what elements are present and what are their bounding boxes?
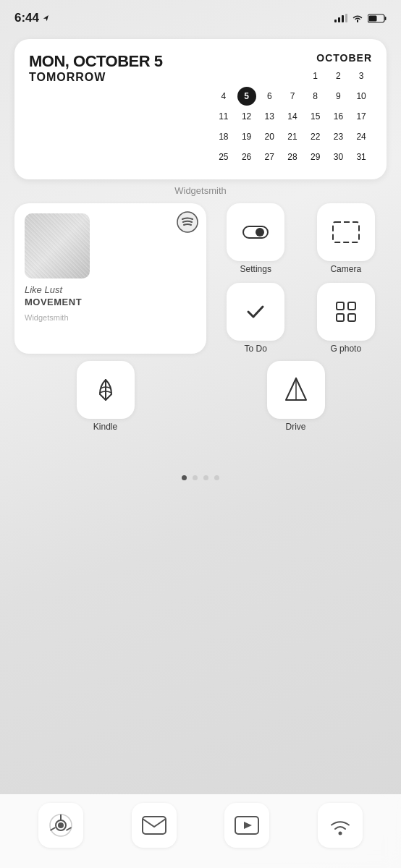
cal-cell xyxy=(283,67,302,85)
drive-app-icon[interactable] xyxy=(267,361,325,419)
cal-cell xyxy=(260,67,279,85)
page-dots xyxy=(0,475,401,480)
spotify-track-title: Like Lust xyxy=(25,284,196,297)
right-icon-grid: Settings Camera xyxy=(215,203,387,354)
calendar-date-label: MON, OCTOBER 5 TOMORROW xyxy=(29,52,207,166)
wifi-status-icon xyxy=(352,14,363,22)
cal-cell: 9 xyxy=(329,87,347,106)
dot-1 xyxy=(182,475,187,480)
widgetsmith-label-calendar: Widgetsmith xyxy=(0,185,401,196)
svg-point-17 xyxy=(58,822,64,828)
top-right-row: Settings Camera xyxy=(215,203,387,274)
svg-point-24 xyxy=(338,832,342,835)
chrome-icon xyxy=(48,813,73,838)
chrome-dock-icon[interactable] xyxy=(38,803,83,848)
cal-cell: 18 xyxy=(214,127,233,146)
cal-cell: 25 xyxy=(214,148,233,166)
cal-cell: 10 xyxy=(352,87,371,106)
svg-rect-2 xyxy=(369,15,377,21)
time-display: 6:44 xyxy=(14,11,39,25)
cal-cell-today: 5 xyxy=(237,87,256,106)
svg-rect-9 xyxy=(348,302,355,310)
bottom-right-row: To Do G photo xyxy=(215,283,387,354)
wifi-dock-icon[interactable] xyxy=(318,803,363,848)
cal-cell: 16 xyxy=(329,107,347,126)
spotify-track-info: Like Lust MOVEMENT xyxy=(25,284,196,309)
cal-cell: 28 xyxy=(283,148,302,166)
kindle-app-icon[interactable] xyxy=(77,361,135,419)
svg-rect-7 xyxy=(333,222,359,242)
mail-dock-icon[interactable] xyxy=(132,803,177,848)
todo-app-wrapper: To Do xyxy=(215,283,297,354)
svg-rect-11 xyxy=(348,314,355,321)
settings-toggle-icon xyxy=(242,224,269,241)
signal-icon xyxy=(334,14,347,22)
cal-cell xyxy=(214,67,233,85)
calendar-month-title: OCTOBER xyxy=(213,52,372,64)
cal-cell: 11 xyxy=(214,107,233,126)
cal-cell: 26 xyxy=(237,148,256,166)
svg-rect-8 xyxy=(337,302,344,310)
svg-point-6 xyxy=(256,228,264,237)
cal-cell: 19 xyxy=(237,127,256,146)
main-grid-row: Like Lust MOVEMENT Widgetsmith Settings xyxy=(14,203,387,354)
cal-cell: 7 xyxy=(283,87,302,106)
cal-cell: 3 xyxy=(352,67,371,85)
cal-cell: 6 xyxy=(260,87,279,106)
todo-label: To Do xyxy=(245,344,267,354)
cal-cell: 4 xyxy=(214,87,233,106)
cal-cell: 21 xyxy=(283,127,302,146)
gphoto-app-wrapper: G photo xyxy=(305,283,387,354)
gphoto-grid-icon xyxy=(333,299,359,325)
battery-icon xyxy=(368,14,387,23)
kindle-icon xyxy=(90,374,122,406)
kindle-drive-row: Kindle Drive xyxy=(14,361,387,432)
kindle-label: Kindle xyxy=(93,422,117,432)
gphoto-app-icon[interactable] xyxy=(317,283,375,341)
dot-3 xyxy=(203,475,208,480)
cal-cell: 20 xyxy=(260,127,279,146)
cal-cell: 2 xyxy=(329,67,347,85)
svg-rect-10 xyxy=(337,314,344,321)
settings-label: Settings xyxy=(240,264,271,274)
cal-cell: 15 xyxy=(306,107,325,126)
status-icons xyxy=(334,14,387,23)
camera-frame-icon xyxy=(332,221,360,243)
cal-cell: 17 xyxy=(352,107,371,126)
cal-cell: 23 xyxy=(329,127,347,146)
mail-icon xyxy=(142,816,166,835)
cal-cell: 22 xyxy=(306,127,325,146)
svg-rect-1 xyxy=(385,17,387,20)
cal-cell: 12 xyxy=(237,107,256,126)
dock xyxy=(0,794,401,868)
svg-marker-23 xyxy=(244,822,252,829)
cal-cell: 24 xyxy=(352,127,371,146)
cal-cell: 31 xyxy=(352,148,371,166)
dot-2 xyxy=(193,475,198,480)
cal-cell: 30 xyxy=(329,148,347,166)
wifi-icon xyxy=(328,814,353,836)
spotify-icon xyxy=(176,210,199,234)
spotify-album-art xyxy=(25,213,90,278)
camera-app-wrapper: Camera xyxy=(305,203,387,274)
drive-label: Drive xyxy=(285,422,305,432)
status-bar: 6:44 xyxy=(0,0,401,32)
status-time: 6:44 xyxy=(14,11,51,25)
youtube-dock-icon[interactable] xyxy=(224,803,269,848)
drive-app-wrapper: Drive xyxy=(205,361,387,432)
settings-app-wrapper: Settings xyxy=(215,203,297,274)
cal-cell: 13 xyxy=(260,107,279,126)
cal-cell: 29 xyxy=(306,148,325,166)
spotify-widget[interactable]: Like Lust MOVEMENT Widgetsmith xyxy=(14,203,206,354)
camera-app-icon[interactable] xyxy=(317,203,375,261)
drive-icon xyxy=(280,374,312,406)
cal-cell: 14 xyxy=(283,107,302,126)
youtube-icon xyxy=(235,816,259,835)
settings-app-icon[interactable] xyxy=(227,203,284,261)
widgets-section: Like Lust MOVEMENT Widgetsmith Settings xyxy=(0,203,401,432)
spotify-widgetsmith-label: Widgetsmith xyxy=(25,313,196,322)
gphoto-label: G photo xyxy=(330,344,361,354)
todo-app-icon[interactable] xyxy=(227,283,284,341)
calendar-widget[interactable]: MON, OCTOBER 5 TOMORROW OCTOBER 1 2 3 4 … xyxy=(14,39,387,179)
location-icon xyxy=(42,14,51,22)
